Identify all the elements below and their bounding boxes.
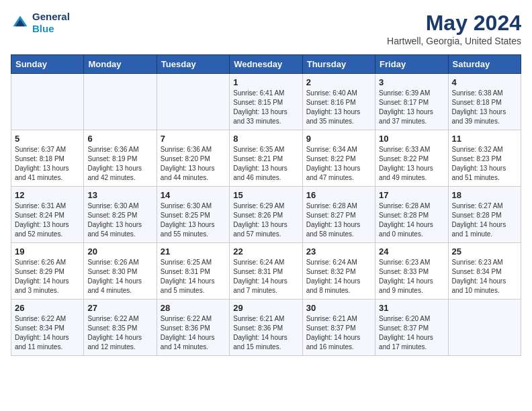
calendar-cell: 28Sunrise: 6:22 AM Sunset: 8:36 PM Dayli… xyxy=(157,300,229,356)
calendar-cell: 29Sunrise: 6:21 AM Sunset: 8:36 PM Dayli… xyxy=(230,300,302,356)
day-info: Sunrise: 6:21 AM Sunset: 8:37 PM Dayligh… xyxy=(306,314,371,352)
calendar-week-row: 5Sunrise: 6:37 AM Sunset: 8:18 PM Daylig… xyxy=(11,130,521,187)
day-number: 25 xyxy=(452,246,517,257)
day-info: Sunrise: 6:22 AM Sunset: 8:34 PM Dayligh… xyxy=(15,314,80,352)
calendar-cell: 7Sunrise: 6:36 AM Sunset: 8:20 PM Daylig… xyxy=(157,130,229,187)
day-number: 15 xyxy=(233,190,298,200)
calendar-cell: 16Sunrise: 6:28 AM Sunset: 8:27 PM Dayli… xyxy=(302,187,375,243)
day-number: 23 xyxy=(306,246,371,257)
day-info: Sunrise: 6:35 AM Sunset: 8:21 PM Dayligh… xyxy=(233,145,298,183)
calendar-cell xyxy=(157,74,229,130)
calendar-cell: 9Sunrise: 6:34 AM Sunset: 8:22 PM Daylig… xyxy=(302,130,375,187)
day-info: Sunrise: 6:40 AM Sunset: 8:16 PM Dayligh… xyxy=(306,89,371,126)
calendar-cell xyxy=(11,74,84,130)
col-sunday: Sunday xyxy=(11,55,84,74)
day-number: 2 xyxy=(306,77,371,87)
day-number: 6 xyxy=(87,134,152,144)
day-info: Sunrise: 6:25 AM Sunset: 8:31 PM Dayligh… xyxy=(161,258,226,295)
day-info: Sunrise: 6:34 AM Sunset: 8:22 PM Dayligh… xyxy=(306,145,371,183)
day-number: 13 xyxy=(87,190,152,200)
day-number: 19 xyxy=(15,246,80,257)
calendar-cell xyxy=(84,74,157,130)
day-info: Sunrise: 6:29 AM Sunset: 8:26 PM Dayligh… xyxy=(233,201,298,239)
calendar-cell xyxy=(448,300,521,356)
day-info: Sunrise: 6:28 AM Sunset: 8:28 PM Dayligh… xyxy=(379,201,444,239)
day-info: Sunrise: 6:33 AM Sunset: 8:22 PM Dayligh… xyxy=(379,145,444,183)
calendar-cell: 4Sunrise: 6:38 AM Sunset: 8:18 PM Daylig… xyxy=(448,74,521,130)
day-number: 10 xyxy=(379,134,444,144)
col-thursday: Thursday xyxy=(302,55,375,74)
calendar-cell: 25Sunrise: 6:23 AM Sunset: 8:34 PM Dayli… xyxy=(448,243,521,300)
day-number: 16 xyxy=(306,190,371,200)
col-saturday: Saturday xyxy=(448,55,521,74)
calendar-week-row: 1Sunrise: 6:41 AM Sunset: 8:15 PM Daylig… xyxy=(11,74,521,130)
day-number: 5 xyxy=(15,134,80,144)
day-info: Sunrise: 6:21 AM Sunset: 8:36 PM Dayligh… xyxy=(233,314,298,352)
calendar-cell: 21Sunrise: 6:25 AM Sunset: 8:31 PM Dayli… xyxy=(157,243,229,300)
col-friday: Friday xyxy=(375,55,448,74)
day-info: Sunrise: 6:31 AM Sunset: 8:24 PM Dayligh… xyxy=(15,201,80,239)
calendar-cell: 18Sunrise: 6:27 AM Sunset: 8:28 PM Dayli… xyxy=(448,187,521,243)
calendar-cell: 20Sunrise: 6:26 AM Sunset: 8:30 PM Dayli… xyxy=(84,243,157,300)
day-number: 30 xyxy=(306,303,371,313)
col-tuesday: Tuesday xyxy=(157,55,229,74)
calendar-cell: 31Sunrise: 6:20 AM Sunset: 8:37 PM Dayli… xyxy=(375,300,448,356)
day-number: 12 xyxy=(15,190,80,200)
calendar-cell: 12Sunrise: 6:31 AM Sunset: 8:24 PM Dayli… xyxy=(11,187,84,243)
calendar-cell: 2Sunrise: 6:40 AM Sunset: 8:16 PM Daylig… xyxy=(302,74,375,130)
day-info: Sunrise: 6:24 AM Sunset: 8:32 PM Dayligh… xyxy=(306,258,371,295)
calendar-cell: 10Sunrise: 6:33 AM Sunset: 8:22 PM Dayli… xyxy=(375,130,448,187)
day-number: 7 xyxy=(161,134,226,144)
day-number: 8 xyxy=(233,134,298,144)
day-number: 22 xyxy=(233,246,298,257)
calendar-cell: 30Sunrise: 6:21 AM Sunset: 8:37 PM Dayli… xyxy=(302,300,375,356)
calendar-table: Sunday Monday Tuesday Wednesday Thursday… xyxy=(11,54,521,356)
calendar-cell: 6Sunrise: 6:36 AM Sunset: 8:19 PM Daylig… xyxy=(84,130,157,187)
day-info: Sunrise: 6:36 AM Sunset: 8:20 PM Dayligh… xyxy=(161,145,226,183)
calendar-cell: 8Sunrise: 6:35 AM Sunset: 8:21 PM Daylig… xyxy=(230,130,302,187)
day-info: Sunrise: 6:26 AM Sunset: 8:29 PM Dayligh… xyxy=(15,258,80,295)
day-number: 4 xyxy=(452,77,517,87)
day-info: Sunrise: 6:32 AM Sunset: 8:23 PM Dayligh… xyxy=(452,145,517,183)
day-number: 20 xyxy=(87,246,152,257)
logo: General Blue xyxy=(11,11,70,35)
day-number: 24 xyxy=(379,246,444,257)
day-number: 28 xyxy=(161,303,226,313)
calendar-subtitle: Hartwell, Georgia, United States xyxy=(387,36,521,46)
day-info: Sunrise: 6:39 AM Sunset: 8:17 PM Dayligh… xyxy=(379,89,444,126)
col-monday: Monday xyxy=(84,55,157,74)
day-number: 29 xyxy=(233,303,298,313)
day-info: Sunrise: 6:20 AM Sunset: 8:37 PM Dayligh… xyxy=(379,314,444,352)
calendar-cell: 24Sunrise: 6:23 AM Sunset: 8:33 PM Dayli… xyxy=(375,243,448,300)
calendar-cell: 3Sunrise: 6:39 AM Sunset: 8:17 PM Daylig… xyxy=(375,74,448,130)
calendar-week-row: 12Sunrise: 6:31 AM Sunset: 8:24 PM Dayli… xyxy=(11,187,521,243)
day-info: Sunrise: 6:23 AM Sunset: 8:34 PM Dayligh… xyxy=(452,258,517,295)
calendar-week-row: 26Sunrise: 6:22 AM Sunset: 8:34 PM Dayli… xyxy=(11,300,521,356)
calendar-cell: 13Sunrise: 6:30 AM Sunset: 8:25 PM Dayli… xyxy=(84,187,157,243)
day-number: 21 xyxy=(161,246,226,257)
day-info: Sunrise: 6:30 AM Sunset: 8:25 PM Dayligh… xyxy=(161,201,226,239)
day-info: Sunrise: 6:28 AM Sunset: 8:27 PM Dayligh… xyxy=(306,201,371,239)
day-number: 3 xyxy=(379,77,444,87)
calendar-title: May 2024 xyxy=(387,11,521,36)
day-info: Sunrise: 6:26 AM Sunset: 8:30 PM Dayligh… xyxy=(87,258,152,295)
calendar-cell: 14Sunrise: 6:30 AM Sunset: 8:25 PM Dayli… xyxy=(157,187,229,243)
calendar-week-row: 19Sunrise: 6:26 AM Sunset: 8:29 PM Dayli… xyxy=(11,243,521,300)
day-number: 14 xyxy=(161,190,226,200)
calendar-cell: 1Sunrise: 6:41 AM Sunset: 8:15 PM Daylig… xyxy=(230,74,302,130)
day-info: Sunrise: 6:36 AM Sunset: 8:19 PM Dayligh… xyxy=(87,145,152,183)
day-number: 26 xyxy=(15,303,80,313)
calendar-cell: 27Sunrise: 6:22 AM Sunset: 8:35 PM Dayli… xyxy=(84,300,157,356)
day-info: Sunrise: 6:41 AM Sunset: 8:15 PM Dayligh… xyxy=(233,89,298,126)
day-number: 11 xyxy=(452,134,517,144)
calendar-cell: 26Sunrise: 6:22 AM Sunset: 8:34 PM Dayli… xyxy=(11,300,84,356)
title-block: May 2024 Hartwell, Georgia, United State… xyxy=(387,11,521,46)
calendar-cell: 15Sunrise: 6:29 AM Sunset: 8:26 PM Dayli… xyxy=(230,187,302,243)
calendar-cell: 5Sunrise: 6:37 AM Sunset: 8:18 PM Daylig… xyxy=(11,130,84,187)
calendar-cell: 22Sunrise: 6:24 AM Sunset: 8:31 PM Dayli… xyxy=(230,243,302,300)
day-number: 27 xyxy=(87,303,152,313)
day-number: 31 xyxy=(379,303,444,313)
day-info: Sunrise: 6:37 AM Sunset: 8:18 PM Dayligh… xyxy=(15,145,80,183)
day-info: Sunrise: 6:27 AM Sunset: 8:28 PM Dayligh… xyxy=(452,201,517,239)
day-number: 9 xyxy=(306,134,371,144)
